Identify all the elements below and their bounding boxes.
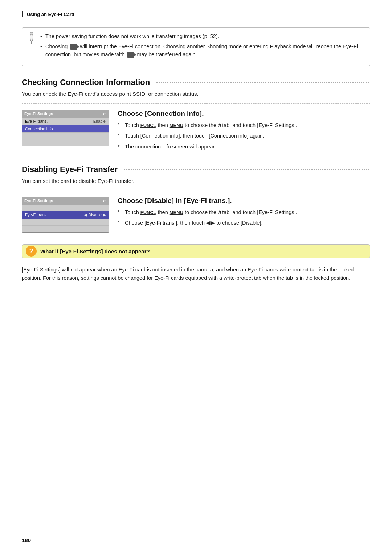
section2-step2: Choose [Eye-Fi trans.], then touch ◀▶ to… xyxy=(118,219,370,227)
screen2-row2-label: Eye-Fi trans. xyxy=(25,213,48,217)
note-item-1: The power saving function does not work … xyxy=(40,33,364,41)
section1-step-title: Choose [Connection info]. xyxy=(118,110,370,118)
note-list: The power saving function does not work … xyxy=(40,33,364,58)
pencil-icon xyxy=(26,32,37,44)
section1-content: Eye-Fi Settings ↩ Eye-Fi trans. Enable C… xyxy=(22,110,370,153)
faq-question: What if [Eye-Fi Settings] does not appea… xyxy=(40,248,150,254)
section1-title: Checking Connection Information xyxy=(22,78,150,87)
screen2-header: Eye-Fi Settings ↩ xyxy=(22,197,109,205)
settings-tab-icon-2: 𝙛𝙩 xyxy=(218,210,221,215)
camera-movie-icon-1 xyxy=(70,44,77,50)
section2-divider xyxy=(22,191,370,191)
screen1-row4 xyxy=(22,139,109,146)
section1-step1: Touch FUNC., then MENU to choose the 𝙛𝙩 … xyxy=(118,121,370,129)
section2-step-title: Choose [Disable] in [Eye-Fi trans.]. xyxy=(118,197,370,205)
screen1-row3 xyxy=(22,133,109,139)
screen1-header: Eye-Fi Settings ↩ xyxy=(22,110,109,118)
screen1-row2: Connection info xyxy=(22,125,109,133)
page-number: 180 xyxy=(22,537,31,543)
screen1-back-arrow: ↩ xyxy=(102,111,106,116)
screen2-row2-value: ◀ Disable ▶ xyxy=(84,213,106,217)
screen1-row1-value: Enable xyxy=(93,119,106,123)
section2-steps: Choose [Disable] in [Eye-Fi trans.]. Tou… xyxy=(118,197,370,230)
screen1-row1-label: Eye-Fi trans. xyxy=(25,119,48,123)
section2-screen: Eye-Fi Settings ↩ Eye-Fi trans. ◀ Disabl… xyxy=(22,197,109,233)
settings-tab-icon-1: 𝙛𝙩 xyxy=(218,123,221,128)
svg-rect-1 xyxy=(30,32,33,34)
section1-step-list: Touch FUNC., then MENU to choose the 𝙛𝙩 … xyxy=(118,121,370,151)
section1-steps: Choose [Connection info]. Touch FUNC., t… xyxy=(118,110,370,153)
screen2-row3 xyxy=(22,219,109,226)
screen2-row4 xyxy=(22,226,109,232)
menu-key-1: MENU xyxy=(170,123,183,128)
section1-divider xyxy=(22,103,370,104)
faq-box: ? What if [Eye-Fi Settings] does not app… xyxy=(22,244,370,258)
screen1-row2-label: Connection info xyxy=(25,127,53,131)
section2-heading: Disabling Eye-Fi Transfer xyxy=(22,165,370,174)
section2-heading-rule xyxy=(124,169,370,170)
section2-title: Disabling Eye-Fi Transfer xyxy=(22,165,118,174)
note-item-2: Choosing will interrupt the Eye-Fi conne… xyxy=(40,43,364,59)
note-box: The power saving function does not work … xyxy=(22,27,370,66)
section1-heading-rule xyxy=(156,82,370,83)
section2-step1: Touch FUNC., then MENU to choose the 𝙛𝙩 … xyxy=(118,208,370,216)
camera-movie-icon-2 xyxy=(127,52,134,58)
page: Using an Eye-Fi Card The power saving fu… xyxy=(0,0,392,552)
section1-heading: Checking Connection Information xyxy=(22,78,370,87)
section1-description: You can check the Eye-Fi card's access p… xyxy=(22,90,370,98)
screen1-title: Eye-Fi Settings xyxy=(24,111,53,116)
page-header-title: Using an Eye-Fi Card xyxy=(27,12,74,17)
section2-step-list: Touch FUNC., then MENU to choose the 𝙛𝙩 … xyxy=(118,208,370,227)
screen2-title: Eye-Fi Settings xyxy=(24,199,53,203)
section1-step2: Touch [Connection info], then touch [Con… xyxy=(118,132,370,140)
section2-description: You can set the card to disable Eye-Fi t… xyxy=(22,177,370,185)
menu-key-2: MENU xyxy=(170,210,183,215)
arrow-lr-icon: ◀▶ xyxy=(206,220,215,226)
question-icon: ? xyxy=(26,246,37,257)
screen2-row1 xyxy=(22,205,109,211)
section1-screen: Eye-Fi Settings ↩ Eye-Fi trans. Enable C… xyxy=(22,110,109,146)
header-bar: Using an Eye-Fi Card xyxy=(22,11,370,17)
screen2-row2: Eye-Fi trans. ◀ Disable ▶ xyxy=(22,211,109,219)
faq-answer: [Eye-Fi Settings] will not appear when a… xyxy=(22,266,370,282)
screen2-back-arrow: ↩ xyxy=(102,198,106,204)
func-key-2: FUNC. xyxy=(140,210,155,215)
section1-step3: The connection info screen will appear. xyxy=(118,143,370,151)
func-key-1: FUNC. xyxy=(140,123,155,128)
screen1-row1: Eye-Fi trans. Enable xyxy=(22,118,109,125)
section2-content: Eye-Fi Settings ↩ Eye-Fi trans. ◀ Disabl… xyxy=(22,197,370,233)
